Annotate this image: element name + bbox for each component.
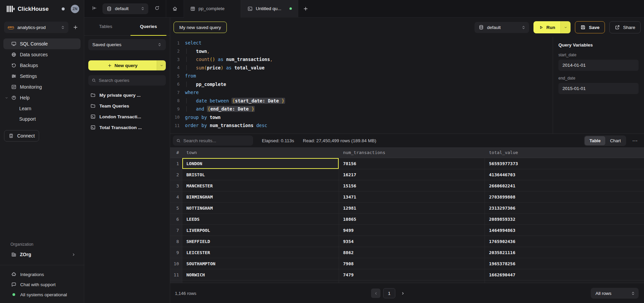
- sql-editor[interactable]: 1select2 town,3 count() as num_transacti…: [170, 37, 553, 133]
- chevron-down-icon[interactable]: [5, 96, 8, 100]
- page-size-selector[interactable]: All rows: [591, 288, 639, 299]
- table-cell[interactable]: 13471: [339, 191, 485, 202]
- column-header-town[interactable]: town: [182, 147, 339, 158]
- table-cell[interactable]: 8: [170, 236, 182, 247]
- table-cell[interactable]: 2703899808: [485, 191, 644, 202]
- table-cell[interactable]: 2660602241: [485, 180, 644, 191]
- table-cell[interactable]: SHEFFIELD: [182, 236, 339, 247]
- collapse-sidebar-button[interactable]: [92, 5, 97, 12]
- table-cell-selected[interactable]: LONDON: [182, 158, 339, 169]
- table-cell[interactable]: 2: [170, 169, 182, 180]
- table-cell[interactable]: SOUTHAMPTON: [182, 258, 339, 269]
- table-cell[interactable]: 15156: [339, 180, 485, 191]
- search-queries-input[interactable]: [99, 78, 162, 83]
- user-avatar[interactable]: ZN: [71, 5, 79, 13]
- previous-page-button[interactable]: [371, 289, 380, 298]
- column-header-total_value[interactable]: total_value: [485, 147, 644, 158]
- table-cell[interactable]: 9354: [339, 236, 485, 247]
- table-cell[interactable]: BIRMINGHAM: [182, 191, 339, 202]
- table-cell[interactable]: NOTTINGHAM: [182, 203, 339, 213]
- query-parameter-chip[interactable]: {start_date: Date }: [232, 98, 285, 104]
- column-header-num_transactions[interactable]: num_transactions: [339, 147, 485, 158]
- table-cell[interactable]: 78156: [339, 158, 485, 169]
- table-cell[interactable]: MANCHESTER: [182, 180, 339, 191]
- save-button[interactable]: Save: [575, 21, 605, 33]
- share-button[interactable]: Share: [609, 21, 641, 33]
- table-cell[interactable]: 3: [170, 180, 182, 191]
- code-line[interactable]: 5from: [170, 72, 553, 80]
- saved-query-item[interactable]: My private query ...: [88, 90, 166, 100]
- sidebar-item-monitoring[interactable]: Monitoring: [3, 82, 81, 92]
- table-cell[interactable]: 16217: [339, 169, 485, 180]
- table-cell[interactable]: 6: [170, 214, 182, 224]
- table-cell[interactable]: 56593977373: [485, 158, 644, 169]
- table-cell[interactable]: LEEDS: [182, 214, 339, 224]
- code-line[interactable]: 3 count() as num_transactions,: [170, 55, 553, 64]
- column-header-#[interactable]: #: [170, 147, 182, 158]
- next-page-button[interactable]: [398, 289, 407, 298]
- code-line[interactable]: 9 and {end_date: Date }: [170, 105, 553, 113]
- workspace-selector[interactable]: aws analytics-prod: [4, 22, 68, 33]
- table-cell[interactable]: 9: [170, 247, 182, 258]
- run-options-button[interactable]: [560, 21, 571, 33]
- add-service-button[interactable]: [71, 23, 80, 32]
- table-cell[interactable]: LIVERPOOL: [182, 225, 339, 236]
- code-line[interactable]: 7where: [170, 88, 553, 97]
- home-button[interactable]: [166, 0, 184, 18]
- tab-tables[interactable]: Tables: [84, 18, 127, 35]
- table-cell[interactable]: 1965378256: [485, 258, 644, 269]
- topbar-database-selector[interactable]: default: [102, 3, 148, 14]
- sidebar-item-data-sources[interactable]: Data sources: [3, 49, 81, 60]
- tab-pp-complete[interactable]: pp_complete: [184, 0, 241, 18]
- view-toggle-chart[interactable]: Chart: [605, 136, 625, 145]
- table-cell[interactable]: BRISTOL: [182, 169, 339, 180]
- code-line[interactable]: 6 pp_complete: [170, 80, 553, 89]
- table-cell[interactable]: 7479: [339, 269, 485, 280]
- table-cell[interactable]: 1: [170, 158, 182, 169]
- sidebar-item-settings[interactable]: Settings: [3, 71, 81, 82]
- sidebar-item-integrations[interactable]: Integrations: [0, 269, 84, 279]
- sidebar-item-learn[interactable]: Learn: [3, 103, 81, 114]
- sidebar-item-sql-console[interactable]: SQL Console: [3, 38, 81, 49]
- sidebar-item-backups[interactable]: Backups: [3, 60, 81, 71]
- new-query-menu-button[interactable]: [157, 60, 166, 70]
- code-line[interactable]: 10group by town: [170, 113, 553, 122]
- code-line[interactable]: 4 sum(price) as total_value: [170, 64, 553, 72]
- table-cell[interactable]: 10: [170, 258, 182, 269]
- saved-query-item[interactable]: Team Queries: [88, 100, 166, 111]
- table-cell[interactable]: 4136446703: [485, 169, 644, 180]
- table-cell[interactable]: 12981: [339, 203, 485, 213]
- table-cell[interactable]: 7: [170, 225, 182, 236]
- table-cell[interactable]: LEICESTER: [182, 247, 339, 258]
- tab-queries[interactable]: Queries: [127, 18, 170, 35]
- connect-button[interactable]: Connect: [4, 130, 39, 142]
- editor-database-selector[interactable]: default: [474, 22, 529, 33]
- new-tab-button[interactable]: [298, 0, 313, 18]
- organization-selector[interactable]: ZOrg: [3, 249, 81, 260]
- table-cell[interactable]: 5: [170, 203, 182, 213]
- saved-queries-selector[interactable]: Saved queries: [88, 39, 166, 50]
- code-line[interactable]: 2 town,: [170, 47, 553, 56]
- page-number-input[interactable]: [383, 288, 395, 298]
- saved-query-item[interactable]: Total Transaction ...: [88, 122, 166, 133]
- variable-input-end_date[interactable]: [558, 83, 639, 94]
- saved-query-tab[interactable]: My new saved query: [174, 22, 227, 33]
- more-options-button[interactable]: ⋯: [631, 138, 639, 144]
- sidebar-item-help[interactable]: Help: [3, 92, 81, 103]
- new-query-button[interactable]: New query: [88, 60, 157, 70]
- search-results-input[interactable]: [183, 138, 250, 143]
- table-cell[interactable]: 9499: [339, 225, 485, 236]
- table-cell[interactable]: 2035821116: [485, 247, 644, 258]
- table-cell[interactable]: 1662690447: [485, 269, 644, 280]
- view-toggle-table[interactable]: Table: [585, 136, 605, 145]
- code-line[interactable]: 1select: [170, 39, 553, 47]
- run-button[interactable]: Run: [533, 21, 560, 33]
- table-cell[interactable]: 2089859332: [485, 214, 644, 224]
- tab-untitled-query[interactable]: Untitled qu...: [241, 0, 298, 18]
- sidebar-item-chat-with-support[interactable]: Chat with support: [0, 279, 84, 290]
- code-line[interactable]: 11order by num_transactions desc: [170, 121, 553, 130]
- query-parameter-chip[interactable]: {end_date: Date }: [207, 106, 255, 112]
- table-cell[interactable]: 1765902436: [485, 236, 644, 247]
- table-cell[interactable]: 2313297306: [485, 203, 644, 213]
- code-line[interactable]: 8 date between {start_date: Date }: [170, 97, 553, 105]
